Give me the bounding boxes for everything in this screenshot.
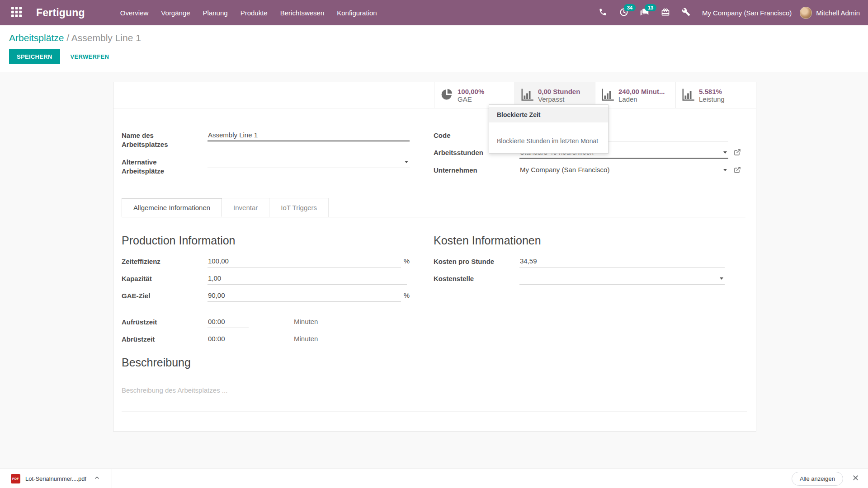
section-title: Production Information [122, 234, 410, 247]
external-link-icon [734, 149, 741, 157]
percent-suffix: % [404, 257, 410, 265]
minuten-unit: Minuten [294, 335, 318, 343]
stat-label-verpasst: Verpasst [538, 95, 580, 103]
chevron-up-icon [94, 475, 100, 482]
show-all-downloads-button[interactable]: Alle anzeigen [792, 472, 843, 486]
alternative-workcenters-input[interactable] [208, 158, 410, 168]
download-filename: Lot-Serialnummer....pdf [25, 475, 86, 482]
kosten-pro-stunde-input[interactable] [519, 257, 725, 267]
discard-button[interactable]: VERWERFEN [63, 49, 117, 64]
apps-grid-icon [11, 7, 22, 19]
zeiteffizienz-label: Zeiteffizienz [122, 257, 208, 266]
activities-count-badge: 34 [624, 4, 636, 11]
apps-menu-button[interactable] [6, 0, 26, 25]
kapazitaet-label: Kapazität [122, 274, 208, 283]
description-underline [122, 412, 747, 412]
stat-value-laden: 240,00 Minut... [618, 88, 665, 95]
breadcrumb-parent-link[interactable]: Arbeitsplätze [9, 33, 64, 43]
percent-suffix: % [404, 291, 410, 299]
description-title: Beschreibung [122, 356, 748, 369]
chevron-down-icon[interactable] [405, 161, 408, 163]
company-external-button[interactable] [734, 166, 741, 175]
rewards-button[interactable] [656, 0, 675, 25]
aufruestzeit-input[interactable] [208, 318, 249, 328]
app-title: Fertigung [36, 7, 85, 19]
close-download-bar-button[interactable] [850, 473, 861, 484]
description-section: Beschreibung [122, 356, 748, 412]
avatar [800, 7, 812, 19]
save-button[interactable]: SPEICHERN [9, 49, 60, 64]
menu-item-overview[interactable]: Overview [114, 0, 155, 25]
chevron-down-icon[interactable] [723, 151, 727, 154]
form-top-fields: Name des Arbeitsplatzes Alternative Arbe… [122, 131, 741, 183]
close-icon [852, 474, 859, 483]
bar-chart-icon [601, 88, 614, 103]
pdf-file-icon: PDF [11, 474, 20, 483]
dropdown-item-blockierte-zeit[interactable]: Blockierte Zeit [489, 107, 608, 122]
stat-button-leistung[interactable]: 5.581% Leistung [675, 82, 756, 108]
gae-ziel-input[interactable] [208, 291, 401, 302]
kapazitaet-input[interactable] [208, 274, 407, 285]
messages-button[interactable]: 13 [635, 0, 654, 25]
alternative-field-label: Alternative Arbeitsplätze [122, 158, 208, 176]
kostenstelle-label: Kostenstelle [434, 274, 519, 283]
abruestzeit-label: Abrüstzeit [122, 335, 208, 344]
menu-item-produkte[interactable]: Produkte [234, 0, 274, 25]
zeiteffizienz-input[interactable] [208, 257, 401, 267]
menu-item-konfiguration[interactable]: Konfiguration [330, 0, 383, 25]
abruestzeit-input[interactable] [208, 335, 249, 345]
pie-chart-icon [440, 88, 453, 103]
gae-ziel-label: GAE-Ziel [122, 291, 208, 300]
browser-download-bar: PDF Lot-Serialnummer....pdf Alle anzeige… [0, 469, 868, 488]
activities-button[interactable]: 34 [614, 0, 633, 25]
form-sheet: 100,00% GAE 0,00 Stunden Verpasst 240, [113, 82, 756, 432]
debug-tools-button[interactable] [677, 0, 696, 25]
bar-chart-icon [681, 88, 695, 103]
user-menu[interactable]: Mitchell Admin [800, 7, 862, 19]
stat-value-verpasst: 0,00 Stunden [538, 88, 580, 95]
kostenstelle-input[interactable] [519, 274, 725, 285]
tab-inventar[interactable]: Inventar [222, 198, 269, 217]
description-textarea[interactable] [122, 386, 748, 410]
stat-value-leistung: 5.581% [699, 88, 725, 95]
chevron-down-icon[interactable] [720, 277, 723, 280]
control-panel: Arbeitsplätze / Assembly Line 1 SPEICHER… [0, 25, 868, 72]
stat-button-box: 100,00% GAE 0,00 Stunden Verpasst 240, [113, 82, 756, 108]
breadcrumb-separator: / [66, 33, 71, 43]
working-hours-external-button[interactable] [734, 148, 741, 157]
divider [112, 469, 112, 488]
external-link-icon [734, 166, 741, 175]
messages-count-badge: 13 [645, 4, 656, 11]
minuten-unit: Minuten [294, 318, 318, 325]
section-title: Kosten Informationen [434, 234, 725, 247]
kosten-pro-stunde-label: Kosten pro Stunde [434, 257, 519, 266]
menu-item-vorgaenge[interactable]: Vorgänge [155, 0, 196, 25]
content-area: 100,00% GAE 0,00 Stunden Verpasst 240, [0, 72, 868, 469]
tab-iot-triggers[interactable]: IoT Triggers [269, 198, 329, 217]
company-field-label: Unternehmen [434, 166, 519, 175]
download-options-button[interactable] [93, 474, 101, 483]
blocked-time-dropdown: Blockierte Zeit Blockierte Stunden im le… [489, 104, 609, 154]
kosten-informationen-section: Kosten Informationen Kosten pro Stunde K… [434, 234, 725, 352]
voip-phone-button[interactable] [594, 0, 613, 25]
company-input[interactable] [519, 166, 728, 176]
breadcrumb-current: Assembly Line 1 [71, 33, 141, 43]
download-item[interactable]: PDF Lot-Serialnummer....pdf [7, 469, 105, 488]
stat-label-laden: Laden [618, 95, 665, 103]
tab-content: Production Information Zeiteffizienz % K… [122, 234, 741, 352]
stat-value-gae: 100,00% [458, 88, 484, 95]
dropdown-item-blockierte-stunden[interactable]: Blockierte Stunden im letzten Monat [489, 133, 608, 149]
chevron-down-icon[interactable] [723, 169, 727, 171]
gift-icon [661, 8, 670, 18]
menu-item-berichtswesen[interactable]: Berichtswesen [274, 0, 331, 25]
user-name: Mitchell Admin [816, 9, 860, 17]
top-navbar: Fertigung Overview Vorgänge Planung Prod… [0, 0, 868, 25]
workcenter-name-input[interactable] [208, 131, 410, 141]
tab-allgemeine-informationen[interactable]: Allgemeine Informationen [122, 198, 222, 217]
main-menu: Overview Vorgänge Planung Produkte Beric… [114, 0, 383, 25]
production-information-section: Production Information Zeiteffizienz % K… [122, 234, 410, 352]
bar-chart-icon [520, 88, 534, 103]
notebook-tabs: Allgemeine Informationen Inventar IoT Tr… [122, 198, 745, 217]
menu-item-planung[interactable]: Planung [197, 0, 234, 25]
company-switcher[interactable]: My Company (San Francisco) [698, 9, 798, 17]
